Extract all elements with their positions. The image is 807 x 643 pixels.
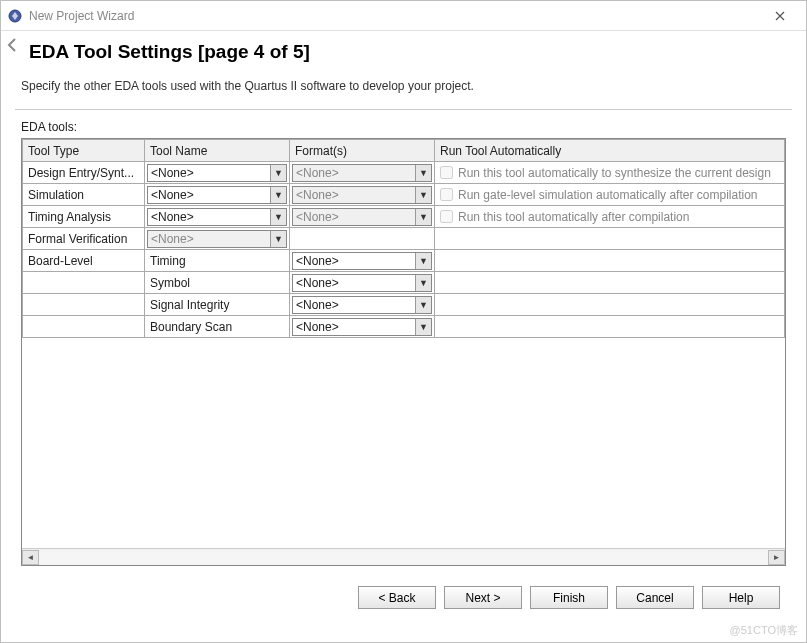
timing-runauto-checkbox <box>440 210 453 223</box>
eda-tools-table-container: Tool Type Tool Name Format(s) Run Tool A… <box>21 138 786 566</box>
row-simulation: Simulation <None> ▼ <None> ▼ <box>23 184 785 206</box>
cell-subtype: Symbol <box>145 272 290 294</box>
wizard-window: New Project Wizard EDA Tool Settings [pa… <box>0 0 807 643</box>
simulation-format-combo: <None> ▼ <box>292 186 432 204</box>
cell-subtype: Timing <box>145 250 290 272</box>
header-format[interactable]: Format(s) <box>290 140 435 162</box>
chevron-down-icon: ▼ <box>415 319 431 335</box>
page-subtitle: Specify the other EDA tools used with th… <box>21 79 792 93</box>
next-button[interactable]: Next > <box>444 586 522 609</box>
row-timing-analysis: Timing Analysis <None> ▼ <None> ▼ <box>23 206 785 228</box>
wizard-button-row: < Back Next > Finish Cancel Help <box>15 566 792 621</box>
cell-subtype: Signal Integrity <box>145 294 290 316</box>
empty-cell <box>435 228 785 250</box>
design-entry-format-combo: <None> ▼ <box>292 164 432 182</box>
header-tool-type[interactable]: Tool Type <box>23 140 145 162</box>
board-signal-integrity-format-combo[interactable]: <None> ▼ <box>292 296 432 314</box>
board-timing-format-combo[interactable]: <None> ▼ <box>292 252 432 270</box>
chevron-down-icon: ▼ <box>415 187 431 203</box>
close-button[interactable] <box>760 3 800 29</box>
cell-tool-type: Design Entry/Synt... <box>23 162 145 184</box>
row-board-level-symbol: Symbol <None> ▼ <box>23 272 785 294</box>
back-button[interactable]: < Back <box>358 586 436 609</box>
board-symbol-format-combo[interactable]: <None> ▼ <box>292 274 432 292</box>
cell-subtype: Boundary Scan <box>145 316 290 338</box>
formal-name-combo: <None> ▼ <box>147 230 287 248</box>
empty-cell <box>23 294 145 316</box>
app-icon <box>7 8 23 24</box>
cell-tool-type: Board-Level <box>23 250 145 272</box>
empty-cell <box>290 228 435 250</box>
simulation-runauto-label: Run gate-level simulation automatically … <box>458 188 757 202</box>
chevron-down-icon: ▼ <box>270 165 286 181</box>
cell-tool-type: Formal Verification <box>23 228 145 250</box>
row-board-level-timing: Board-Level Timing <None> ▼ <box>23 250 785 272</box>
window-title: New Project Wizard <box>29 9 760 23</box>
row-design-entry: Design Entry/Synt... <None> ▼ <None> ▼ <box>23 162 785 184</box>
row-board-level-boundary-scan: Boundary Scan <None> ▼ <box>23 316 785 338</box>
empty-cell <box>435 250 785 272</box>
timing-name-combo[interactable]: <None> ▼ <box>147 208 287 226</box>
empty-cell <box>435 316 785 338</box>
design-entry-runauto-checkbox <box>440 166 453 179</box>
chevron-down-icon: ▼ <box>415 253 431 269</box>
chevron-down-icon: ▼ <box>415 297 431 313</box>
wizard-body: EDA Tool Settings [page 4 of 5] Specify … <box>1 31 806 642</box>
page-title: EDA Tool Settings [page 4 of 5] <box>29 41 792 63</box>
header-run-auto[interactable]: Run Tool Automatically <box>435 140 785 162</box>
titlebar: New Project Wizard <box>1 1 806 31</box>
finish-button[interactable]: Finish <box>530 586 608 609</box>
chevron-down-icon: ▼ <box>270 187 286 203</box>
chevron-down-icon: ▼ <box>415 275 431 291</box>
help-button[interactable]: Help <box>702 586 780 609</box>
chevron-down-icon: ▼ <box>270 231 286 247</box>
cell-tool-type: Timing Analysis <box>23 206 145 228</box>
empty-cell <box>23 316 145 338</box>
horizontal-scrollbar[interactable]: ◄ ► <box>22 548 785 565</box>
simulation-name-combo[interactable]: <None> ▼ <box>147 186 287 204</box>
timing-format-combo: <None> ▼ <box>292 208 432 226</box>
design-entry-runauto-label: Run this tool automatically to synthesiz… <box>458 166 771 180</box>
table-header-row: Tool Type Tool Name Format(s) Run Tool A… <box>23 140 785 162</box>
eda-tools-label: EDA tools: <box>21 120 792 134</box>
divider <box>15 109 792 110</box>
watermark: @51CTO博客 <box>730 623 798 638</box>
scrollbar-track[interactable] <box>39 550 768 565</box>
empty-cell <box>23 272 145 294</box>
back-arrow-icon[interactable] <box>5 37 25 57</box>
timing-runauto-label: Run this tool automatically after compil… <box>458 210 689 224</box>
cancel-button[interactable]: Cancel <box>616 586 694 609</box>
row-board-level-signal-integrity: Signal Integrity <None> ▼ <box>23 294 785 316</box>
chevron-down-icon: ▼ <box>415 209 431 225</box>
chevron-down-icon: ▼ <box>270 209 286 225</box>
cell-tool-type: Simulation <box>23 184 145 206</box>
empty-cell <box>435 272 785 294</box>
row-formal-verification: Formal Verification <None> ▼ <box>23 228 785 250</box>
board-boundary-scan-format-combo[interactable]: <None> ▼ <box>292 318 432 336</box>
scroll-right-button[interactable]: ► <box>768 550 785 565</box>
scroll-left-button[interactable]: ◄ <box>22 550 39 565</box>
chevron-down-icon: ▼ <box>415 165 431 181</box>
empty-cell <box>435 294 785 316</box>
header-tool-name[interactable]: Tool Name <box>145 140 290 162</box>
simulation-runauto-checkbox <box>440 188 453 201</box>
eda-tools-table: Tool Type Tool Name Format(s) Run Tool A… <box>22 139 785 338</box>
table-empty-area <box>22 338 785 548</box>
design-entry-name-combo[interactable]: <None> ▼ <box>147 164 287 182</box>
